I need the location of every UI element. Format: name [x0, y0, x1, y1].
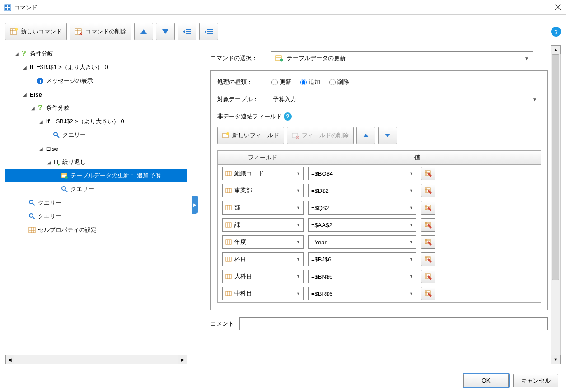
field-dropdown[interactable]: 組織コード▼: [222, 167, 304, 180]
value-text: =$BO$4: [311, 170, 333, 177]
cancel-button[interactable]: キャンセル: [513, 374, 558, 387]
cell-picker-button[interactable]: [421, 287, 435, 300]
value-dropdown[interactable]: =Year▼: [308, 235, 416, 249]
chevron-down-icon: ▼: [409, 171, 413, 176]
tree-node-if[interactable]: ◢ If =$BJ$1 >（より大きい） 0: [5, 61, 187, 74]
svg-marker-36: [58, 164, 60, 166]
svg-rect-1: [5, 5, 7, 7]
field-dropdown[interactable]: 科目▼: [222, 252, 304, 266]
delete-command-button[interactable]: コマンドの削除: [70, 23, 131, 40]
question-icon: ?: [20, 50, 28, 57]
help-icon[interactable]: ?: [284, 112, 292, 121]
collapse-icon: ◢: [22, 92, 28, 97]
field-dropdown[interactable]: 事業部▼: [222, 184, 304, 197]
right-vertical-scrollbar[interactable]: ▲ ▼: [551, 45, 561, 364]
value-dropdown[interactable]: =$AA$2▼: [308, 218, 416, 232]
scroll-up-icon[interactable]: ▲: [551, 45, 561, 54]
svg-point-39: [65, 176, 68, 179]
chevron-down-icon: ▼: [409, 188, 413, 193]
indent-button[interactable]: [199, 23, 218, 40]
field-name: 課: [234, 221, 240, 229]
cell-picker-button[interactable]: [421, 201, 435, 215]
field-move-up-button[interactable]: [356, 127, 375, 144]
help-icon[interactable]: ?: [551, 27, 561, 37]
tree-node-query[interactable]: クエリー: [5, 196, 187, 210]
splitter-handle[interactable]: ▶: [192, 45, 198, 364]
cell-picker-button[interactable]: [421, 184, 435, 197]
process-type-label: 処理の種類：: [217, 78, 262, 86]
value-dropdown[interactable]: =$BR$6▼: [308, 287, 416, 300]
value-dropdown[interactable]: =$Q$2▼: [308, 201, 416, 215]
delete-field-button[interactable]: フィールドの削除: [287, 127, 354, 144]
scrollbar-thumb[interactable]: [552, 54, 559, 280]
value-dropdown[interactable]: =$BN$6▼: [308, 270, 416, 283]
cell-picker-button[interactable]: [421, 270, 435, 283]
comment-input[interactable]: [239, 317, 548, 330]
nondata-fields-label: 非データ連結フィールド: [217, 112, 282, 121]
field-name: 事業部: [234, 187, 252, 195]
outdent-button[interactable]: [178, 23, 196, 40]
tree-node-query[interactable]: クエリー: [5, 210, 187, 223]
tree-node-if[interactable]: ◢ If =$BJ$2 >（より大きい） 0: [5, 115, 187, 128]
collapse-icon: ◢: [30, 106, 36, 111]
cell-picker-button[interactable]: [421, 235, 435, 249]
new-field-button[interactable]: 新しいフィールド: [217, 127, 284, 144]
close-icon[interactable]: [555, 4, 562, 11]
value-dropdown[interactable]: =$BO$4▼: [308, 167, 416, 180]
scroll-right-icon[interactable]: ▶: [178, 355, 187, 364]
field-dropdown[interactable]: 部▼: [222, 201, 304, 215]
value-dropdown[interactable]: =$D$2▼: [308, 184, 416, 197]
tree-node-cellprops[interactable]: セルプロパティの設定: [5, 223, 187, 237]
svg-rect-29: [40, 80, 41, 83]
radio-delete[interactable]: 削除: [329, 78, 349, 86]
svg-text:?: ?: [22, 50, 26, 57]
field-dropdown[interactable]: 年度▼: [222, 235, 304, 249]
ok-button[interactable]: OK: [463, 374, 509, 387]
target-table-dropdown[interactable]: 予算入力 ▼: [269, 93, 541, 106]
chevron-down-icon: ▼: [296, 291, 300, 296]
cell-picker-button[interactable]: [421, 218, 435, 232]
command-tree[interactable]: ◢ ? 条件分岐 ◢ If =$BJ$1 >（より大きい） 0 メッセージの表示…: [5, 45, 187, 355]
tree-node-else[interactable]: ◢ Else: [5, 142, 187, 155]
radio-update[interactable]: 更新: [271, 78, 291, 86]
radio-add[interactable]: 追加: [300, 78, 320, 86]
field-move-down-button[interactable]: [378, 127, 397, 144]
move-up-button[interactable]: [134, 23, 153, 40]
tree-node-message[interactable]: メッセージの表示: [5, 74, 187, 88]
table-update-icon: [275, 54, 283, 62]
column-icon: [225, 273, 232, 280]
field-dropdown[interactable]: 大科目▼: [222, 270, 304, 283]
main-area: ◢ ? 条件分岐 ◢ If =$BJ$1 >（より大きい） 0 メッセージの表示…: [0, 40, 566, 369]
field-dropdown[interactable]: 中科目▼: [222, 287, 304, 300]
chevron-down-icon: ▼: [409, 257, 413, 261]
svg-point-40: [62, 187, 65, 190]
cell-picker-button[interactable]: [421, 252, 435, 266]
tree-node-query[interactable]: クエリー: [5, 182, 187, 196]
magnifier-icon: [28, 213, 36, 220]
table-update-icon: [61, 172, 69, 179]
cell-picker-button[interactable]: [421, 167, 435, 180]
fields-table: フィールド 値 組織コード▼=$BO$4▼事業部▼=$D$2▼部▼=$Q$2▼課…: [217, 150, 541, 303]
tree-node-table-update[interactable]: テーブルデータの更新： 追加 予算: [5, 169, 187, 182]
field-name: 年度: [234, 238, 246, 246]
tree-horizontal-scrollbar[interactable]: ◀ ▶: [5, 355, 187, 364]
field-dropdown[interactable]: 課▼: [222, 218, 304, 232]
new-command-label: 新しいコマンド: [21, 28, 62, 36]
svg-rect-61: [226, 171, 231, 176]
move-down-button[interactable]: [156, 23, 175, 40]
field-name: 中科目: [234, 289, 252, 298]
scroll-down-icon[interactable]: ▼: [551, 355, 561, 364]
chevron-right-icon: ▶: [192, 196, 198, 214]
tree-node-branch[interactable]: ◢ ? 条件分岐: [5, 47, 187, 61]
scroll-left-icon[interactable]: ◀: [5, 355, 14, 364]
titlebar: コマンド: [0, 0, 566, 15]
command-select-dropdown[interactable]: テーブルデータの更新 ▼: [271, 51, 533, 65]
svg-point-53: [280, 59, 283, 62]
chevron-down-icon: ▼: [533, 97, 537, 102]
new-command-button[interactable]: 新しいコマンド: [5, 23, 67, 40]
tree-node-else[interactable]: ◢ Else: [5, 88, 187, 101]
tree-node-branch[interactable]: ◢ ? 条件分岐: [5, 101, 187, 115]
value-dropdown[interactable]: =$BJ$6▼: [308, 252, 416, 266]
tree-node-query[interactable]: クエリー: [5, 128, 187, 142]
tree-node-loop[interactable]: ◢ 繰り返し: [5, 155, 187, 169]
